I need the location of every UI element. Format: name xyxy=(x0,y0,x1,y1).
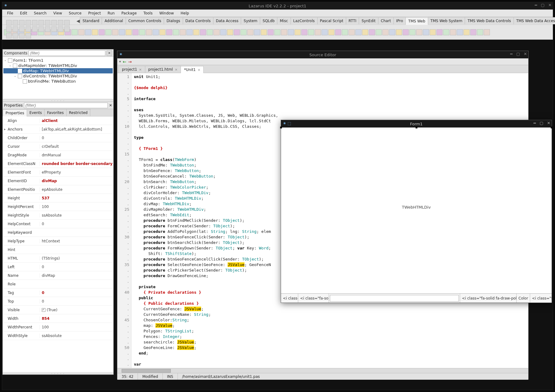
palette-component-35[interactable] xyxy=(240,29,247,35)
toolbar-button-4[interactable] xyxy=(32,20,37,25)
property-value[interactable]: divMap xyxy=(40,179,113,183)
toolbar-button-20[interactable] xyxy=(6,33,12,38)
property-row[interactable]: AlignalClient xyxy=(3,116,113,125)
menu-help[interactable]: Help xyxy=(178,10,192,16)
palette-component-69[interactable] xyxy=(470,29,476,35)
property-value[interactable]: alClient xyxy=(40,119,113,123)
palette-tab-data-controls[interactable]: Data Controls xyxy=(183,17,213,24)
palette-component-59[interactable] xyxy=(403,29,409,35)
property-row[interactable]: WidthPercent100 xyxy=(3,323,113,331)
palette-component-56[interactable] xyxy=(382,29,389,35)
palette-tab-pascal-script[interactable]: Pascal Script xyxy=(317,17,346,24)
palette-component-42[interactable] xyxy=(288,29,294,35)
palette-component-40[interactable] xyxy=(274,29,280,35)
palette-component-44[interactable] xyxy=(301,29,307,35)
palette-component-14[interactable] xyxy=(99,29,105,35)
palette-tab-common-controls[interactable]: Common Controls xyxy=(126,17,164,24)
palette-component-68[interactable] xyxy=(463,29,470,35)
property-value[interactable]: 0 xyxy=(40,291,113,295)
palette-tab-chart[interactable]: Chart xyxy=(378,17,394,24)
palette-component-11[interactable] xyxy=(78,29,84,35)
palette-component-45[interactable] xyxy=(308,29,314,35)
src-tab-close-icon[interactable]: × xyxy=(197,68,200,72)
property-row[interactable]: ChildOrder0 xyxy=(3,134,113,142)
palette-tab-data-access[interactable]: Data Access xyxy=(213,17,241,24)
palette-component-29[interactable] xyxy=(200,29,206,35)
splitter-bottom[interactable]: · · · · · xyxy=(3,372,113,374)
palette-component-54[interactable] xyxy=(369,29,375,35)
property-value[interactable]: 0 xyxy=(40,222,113,226)
property-row[interactable]: HeightPercent100 xyxy=(3,202,113,211)
palette-tab-ipro[interactable]: IPro xyxy=(393,17,406,24)
prop-tab-restricted[interactable]: Restricted xyxy=(66,109,91,116)
property-value[interactable]: rounded border border-secondary ov xyxy=(40,162,113,166)
menu-file[interactable]: File xyxy=(4,10,16,16)
property-row[interactable]: Visible(True) xyxy=(3,306,113,314)
toolbar-button-9[interactable] xyxy=(64,20,70,25)
palette-component-64[interactable] xyxy=(436,29,443,35)
property-row[interactable]: HeightStylessAbsolute xyxy=(3,211,113,220)
palette-component-17[interactable] xyxy=(119,29,125,35)
toolbar-button-18[interactable] xyxy=(58,26,63,32)
toolbar-button-6[interactable] xyxy=(45,20,50,25)
property-value[interactable]: 100 xyxy=(40,325,113,329)
form-seg-5[interactable]: <i class="fa xyxy=(530,294,552,303)
form-seg-3[interactable]: <i class="fa-solid fa-draw-poly xyxy=(460,294,517,303)
palette-tab-sqldb[interactable]: SQLdb xyxy=(260,17,277,24)
property-value[interactable]: crDefault xyxy=(40,144,113,149)
src-tab-project1-html[interactable]: project1.html × xyxy=(145,66,181,73)
src-tab-project1[interactable]: project1 × xyxy=(119,66,145,73)
src-maximize-icon[interactable]: ▢ xyxy=(516,52,520,56)
toolbar-button-0[interactable] xyxy=(6,20,12,25)
property-row[interactable]: Top0 xyxy=(3,297,113,306)
form-canvas[interactable]: TWebHTMLDiv xyxy=(281,127,552,293)
palette-component-21[interactable] xyxy=(146,29,152,35)
form-search-input[interactable] xyxy=(330,295,459,302)
property-value[interactable]: ssAbsolute xyxy=(40,334,113,338)
palette-tab-tms-web-data-access[interactable]: TMS Web Data Access xyxy=(514,17,555,24)
palette-component-70[interactable] xyxy=(477,29,483,35)
form-close-icon[interactable]: ✕ xyxy=(547,121,550,125)
palette-component-41[interactable] xyxy=(281,29,287,35)
property-row[interactable]: ElementFontefProperty xyxy=(3,168,113,177)
palette-component-23[interactable] xyxy=(159,29,166,35)
toolbar-button-11[interactable] xyxy=(13,26,18,32)
property-row[interactable]: HTML(TStrings) xyxy=(3,254,113,263)
toolbar-button-12[interactable] xyxy=(19,26,25,32)
property-value[interactable]: 0 xyxy=(40,265,113,269)
property-value[interactable]: divMap xyxy=(40,273,113,278)
palette-component-22[interactable] xyxy=(153,29,159,35)
property-row[interactable]: ▸Anchors[akTop,akLeft,akRight,akBottom] xyxy=(3,125,113,134)
property-row[interactable]: Role xyxy=(3,280,113,288)
palette-component-37[interactable] xyxy=(254,29,260,35)
toolbar-button-22[interactable] xyxy=(19,33,25,38)
palette-component-12[interactable] xyxy=(85,29,91,35)
property-value[interactable]: 0 xyxy=(40,299,113,304)
property-value[interactable]: ssAbsolute xyxy=(40,213,113,218)
menu-window[interactable]: Window xyxy=(156,10,177,16)
toolbar-button-19[interactable] xyxy=(64,26,70,32)
palette-component-26[interactable] xyxy=(180,29,186,35)
tree-node[interactable]: btnFindMe: TWebButton xyxy=(3,79,113,84)
form-seg-1[interactable]: <i class="fa-sol xyxy=(298,294,329,303)
property-row[interactable]: Tag0 xyxy=(3,288,113,297)
property-value[interactable]: dmManual xyxy=(40,153,113,157)
property-row[interactable]: DragModedmManual xyxy=(3,151,113,159)
palette-tab-tms-web-system[interactable]: TMS Web System xyxy=(428,17,465,24)
palette-tab-lazcontrols[interactable]: LazControls xyxy=(291,17,318,24)
toolbar-button-17[interactable] xyxy=(51,26,57,32)
property-value[interactable]: 537 xyxy=(40,196,113,200)
prop-tab-properties[interactable]: Properties xyxy=(3,109,27,116)
tree-toggle-icon[interactable]: - xyxy=(8,63,12,68)
property-row[interactable]: HelpContext0 xyxy=(3,220,113,228)
property-row[interactable]: Height537 xyxy=(3,194,113,202)
palette-component-52[interactable] xyxy=(355,29,362,35)
nav-forward-icon[interactable]: → xyxy=(128,59,132,64)
toolbar-button-23[interactable] xyxy=(25,33,31,38)
menu-package[interactable]: Package xyxy=(118,10,140,16)
menu-run[interactable]: Run xyxy=(104,10,118,16)
palette-component-50[interactable] xyxy=(342,29,348,35)
property-row[interactable]: Width854 xyxy=(3,314,113,323)
tree-toggle-icon[interactable]: - xyxy=(13,74,17,78)
palette-component-67[interactable] xyxy=(457,29,463,35)
